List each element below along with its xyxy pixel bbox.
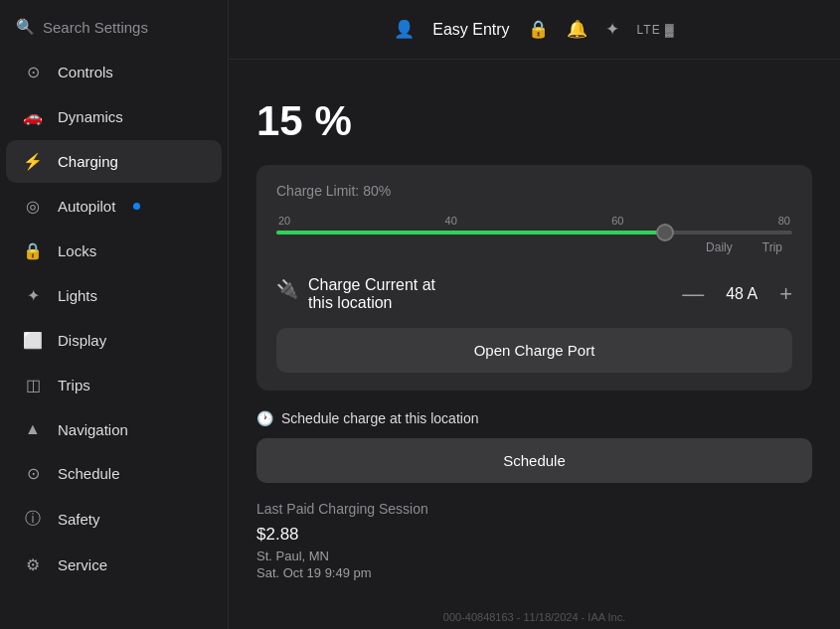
tick-80: 80 xyxy=(778,215,790,227)
sidebar-item-label: Service xyxy=(58,556,107,573)
header-title: Easy Entry xyxy=(432,21,509,39)
sidebar-item-label: Safety xyxy=(58,511,100,528)
last-session-location: St. Paul, MN xyxy=(256,549,812,563)
schedule-button[interactable]: Schedule xyxy=(256,438,812,483)
slider-fill xyxy=(276,231,663,235)
sidebar-item-charging[interactable]: ⚡ Charging xyxy=(6,140,222,183)
trips-icon: ◫ xyxy=(22,376,44,394)
schedule-location-label: Schedule charge at this location xyxy=(281,410,478,426)
sidebar-item-label: Lights xyxy=(58,287,97,304)
sidebar-item-service[interactable]: ⚙ Service xyxy=(6,544,222,586)
sidebar-item-navigation[interactable]: ▲ Navigation xyxy=(6,408,222,450)
lights-icon: ✦ xyxy=(22,286,44,305)
sidebar-item-lights[interactable]: ✦ Lights xyxy=(6,274,222,317)
charging-icon: ⚡ xyxy=(22,152,44,171)
last-session-title: Last Paid Charging Session xyxy=(256,501,812,517)
search-icon: 🔍 xyxy=(16,18,35,36)
sidebar-item-controls[interactable]: ⊙ Controls xyxy=(6,51,222,93)
lock-icon: 🔒 xyxy=(528,19,549,40)
slider-track[interactable] xyxy=(276,231,792,235)
tick-40: 40 xyxy=(445,215,457,227)
tick-60: 60 xyxy=(611,215,623,227)
sidebar-item-label: Autopilot xyxy=(58,198,115,215)
search-label: Search Settings xyxy=(43,19,148,36)
plug-icon: 🔌 xyxy=(276,278,298,300)
dynamics-icon: 🚗 xyxy=(22,107,44,126)
charge-current-line2: this location xyxy=(308,294,435,312)
sidebar-item-dynamics[interactable]: 🚗 Dynamics xyxy=(6,95,222,138)
increase-current-button[interactable]: + xyxy=(779,281,792,307)
schedule-label-row: 🕐 Schedule charge at this location xyxy=(256,410,812,426)
decrease-current-button[interactable]: — xyxy=(682,281,704,307)
sidebar-item-label: Locks xyxy=(58,242,96,259)
sidebar-item-schedule[interactable]: ⊙ Schedule xyxy=(6,452,222,495)
signal-icon: LTE ▓ xyxy=(637,23,675,37)
open-charge-port-button[interactable]: Open Charge Port xyxy=(276,328,792,373)
person-icon: 👤 xyxy=(394,19,415,40)
autopilot-dot xyxy=(133,203,140,210)
charge-current-controls: — 48 A + xyxy=(682,281,792,307)
tick-20: 20 xyxy=(278,215,290,227)
safety-icon: ⓘ xyxy=(22,509,44,530)
autopilot-icon: ◎ xyxy=(22,197,44,216)
sidebar-item-label: Controls xyxy=(58,64,113,80)
charge-current-line1: Charge Current at xyxy=(308,276,435,294)
service-icon: ⚙ xyxy=(22,555,44,574)
sidebar-item-label: Navigation xyxy=(58,421,128,438)
schedule-section: 🕐 Schedule charge at this location Sched… xyxy=(256,410,812,483)
charge-current-label: Charge Current at this location xyxy=(308,276,435,312)
charge-current-left: 🔌 Charge Current at this location xyxy=(276,276,435,312)
sidebar-item-safety[interactable]: ⓘ Safety xyxy=(6,497,222,542)
sidebar-item-display[interactable]: ⬜ Display xyxy=(6,319,222,362)
navigation-icon: ▲ xyxy=(22,420,44,438)
charge-card: Charge Limit: 80% 20 40 60 80 Daily Trip xyxy=(256,165,812,391)
sidebar-item-label: Display xyxy=(58,332,106,349)
slider-ticks: 20 40 60 80 xyxy=(276,215,792,227)
charge-slider-container[interactable]: 20 40 60 80 Daily Trip xyxy=(276,215,792,254)
display-icon: ⬜ xyxy=(22,331,44,350)
schedule-icon: ⊙ xyxy=(22,464,44,483)
charge-limit-label: Charge Limit: 80% xyxy=(276,183,792,199)
last-session-section: Last Paid Charging Session $2.88 St. Pau… xyxy=(256,501,812,580)
sidebar-item-locks[interactable]: 🔒 Locks xyxy=(6,230,222,272)
sidebar-item-trips[interactable]: ◫ Trips xyxy=(6,364,222,406)
last-session-amount: $2.88 xyxy=(256,525,812,545)
bell-icon: 🔔 xyxy=(567,19,588,40)
daily-label: Daily xyxy=(706,240,733,254)
sidebar-item-label: Trips xyxy=(58,377,90,393)
charge-current-row: 🔌 Charge Current at this location — 48 A… xyxy=(276,262,792,320)
sidebar-item-label: Dynamics xyxy=(58,108,123,125)
trip-label: Trip xyxy=(762,240,782,254)
controls-icon: ⊙ xyxy=(22,63,44,81)
charge-current-value: 48 A xyxy=(722,285,761,303)
battery-percent: 15 % xyxy=(256,97,812,145)
bluetooth-icon: ✦ xyxy=(605,19,619,40)
clock-icon: 🕐 xyxy=(256,410,273,426)
sidebar-item-label: Charging xyxy=(58,153,118,170)
sidebar: 🔍 Search Settings ⊙ Controls 🚗 Dynamics … xyxy=(0,0,229,629)
header: 👤 Easy Entry 🔒 🔔 ✦ LTE ▓ xyxy=(229,0,840,60)
main-content: 15 % Charge Limit: 80% 20 40 60 80 Daily… xyxy=(229,0,840,629)
footer-watermark: 000-40848163 - 11/18/2024 - IAA Inc. xyxy=(443,611,625,623)
slider-sub-labels: Daily Trip xyxy=(276,240,792,254)
sidebar-item-label: Schedule xyxy=(58,465,120,482)
sidebar-item-autopilot[interactable]: ◎ Autopilot xyxy=(6,185,222,228)
search-bar[interactable]: 🔍 Search Settings xyxy=(0,8,228,50)
last-session-date: Sat. Oct 19 9:49 pm xyxy=(256,565,812,580)
slider-thumb[interactable] xyxy=(656,224,674,241)
locks-icon: 🔒 xyxy=(22,241,44,260)
